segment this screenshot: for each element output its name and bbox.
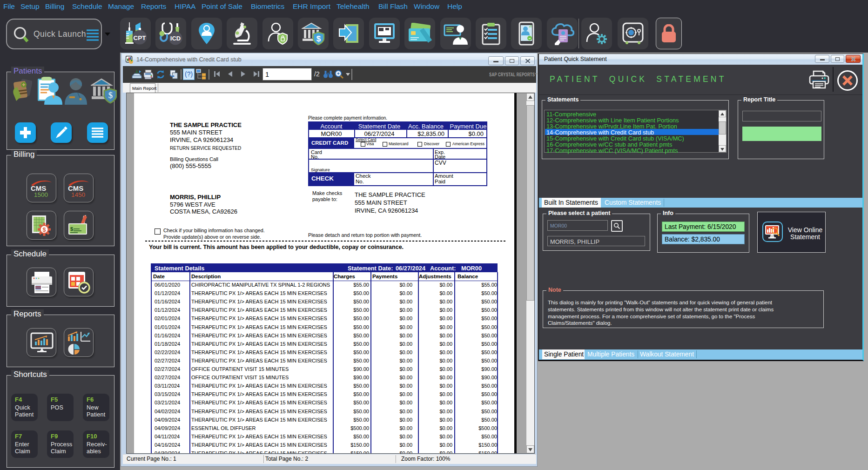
- svg-text:$: $: [108, 90, 113, 100]
- svg-text:$: $: [70, 226, 73, 232]
- svg-text:ICD: ICD: [170, 35, 181, 42]
- svg-text:$: $: [316, 34, 321, 43]
- svg-text:$: $: [42, 226, 46, 233]
- svg-text:CPT: CPT: [134, 34, 147, 41]
- svg-text:1450: 1450: [71, 191, 85, 197]
- svg-text:1500: 1500: [34, 191, 48, 197]
